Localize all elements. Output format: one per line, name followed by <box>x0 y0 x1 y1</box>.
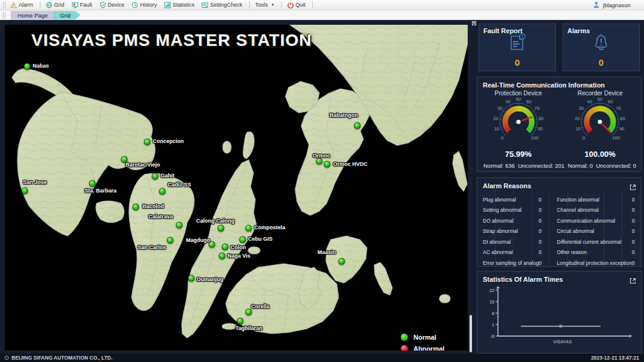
svg-text:0: 0 <box>501 135 503 141</box>
map-legend: NormalAbnormal <box>401 334 444 351</box>
toolbar-button-label: Grid <box>54 2 65 8</box>
station-marker-naga-vis[interactable] <box>219 253 226 259</box>
settingcheck-button[interactable]: SettingCheck <box>199 1 247 9</box>
station-marker-calatrava[interactable] <box>176 222 183 229</box>
alarm-reason-row: Error sampling of analog0 <box>483 258 551 268</box>
alarm-reason-label: Setting abnormal <box>483 207 539 213</box>
panel-collapse-icon[interactable] <box>472 21 476 25</box>
alarm-reason-row: Communication abnormal0 <box>557 215 644 226</box>
monitor-icon <box>72 2 78 8</box>
user-account[interactable]: jblagnason <box>593 1 631 8</box>
alarm-reason-label: Plug abnormal <box>483 197 539 203</box>
alarm-reason-row: Setting abnormal0 <box>483 205 551 216</box>
station-marker-san-carlos[interactable] <box>167 237 174 244</box>
station-marker-dumanjug[interactable] <box>188 275 195 282</box>
station-marker-gahit[interactable] <box>152 173 159 180</box>
toolbar-drag-handle[interactable] <box>3 2 5 8</box>
station-label: Gahit <box>161 173 174 179</box>
alarm-reason-value: 0 <box>539 207 551 213</box>
content-area: VISAYAS PMS MASTER STATION NabasSan Jose… <box>0 21 644 354</box>
visayas-map[interactable]: VISAYAS PMS MASTER STATION NabasSan Jose… <box>5 25 468 351</box>
tab-label: Home Page <box>18 12 48 19</box>
station-marker-cebu-gis[interactable] <box>240 237 246 243</box>
power-icon <box>287 2 294 8</box>
statistics-icon <box>164 2 171 8</box>
alarm-reason-row: Channel abnormal0 <box>557 205 644 216</box>
svg-text:10: 10 <box>494 126 499 132</box>
toolbar-button-label: Tools <box>255 2 268 8</box>
status-bar: BEIJING SIFANG AUTOMATION CO., LTD. 2023… <box>0 354 644 362</box>
alarm-reason-row: Plug abnormal0 <box>483 194 551 205</box>
station-marker-sta-barbara[interactable] <box>89 180 96 187</box>
station-label: San Jose <box>23 179 47 185</box>
realtime-comm-section: Real-Time Communication Information Prot… <box>477 77 642 172</box>
fault-report-card[interactable]: Fault Report 0 <box>479 24 556 71</box>
station-marker-bacolod[interactable] <box>133 204 139 211</box>
history-icon <box>132 2 138 8</box>
globe-icon <box>46 2 53 8</box>
alarm-reason-label: Other reason <box>557 249 632 255</box>
device-button[interactable]: Device <box>97 1 129 9</box>
alarm-reason-label: DI abnormal <box>483 239 539 245</box>
alarm-reason-row: Longitudinal protection exception0 <box>557 258 644 268</box>
alarm-reason-value: 0 <box>632 249 644 255</box>
alarm-reason-row: Other reason0 <box>557 247 644 258</box>
svg-text:1: 1 <box>492 322 494 328</box>
alarm-reason-value: 0 <box>632 218 644 224</box>
alarm-reason-row: Strap abnormal0 <box>483 226 551 237</box>
alarm-reason-label: Longitudinal protection exception <box>557 260 632 266</box>
history-button[interactable]: History <box>129 1 161 9</box>
tools-button[interactable]: Tools▼ <box>252 1 279 8</box>
alarm-statistics-section: Statistics Of Alarm Times 221581-60VISAY… <box>477 271 642 354</box>
chart-category-label: VISAYAS <box>553 339 572 345</box>
station-marker-nabas[interactable] <box>24 63 31 70</box>
station-label: Calong Calong <box>196 218 235 224</box>
svg-text:30: 30 <box>579 106 584 111</box>
grid-button[interactable]: Grid <box>43 1 69 9</box>
station-marker-ormoc[interactable] <box>316 158 323 165</box>
tabbar-drag-handle[interactable] <box>3 12 5 19</box>
station-marker-calong-calong[interactable] <box>218 225 225 232</box>
normal-status-icon <box>401 334 408 341</box>
toolbar-button-label: Device <box>108 2 125 8</box>
station-label: Concepcion <box>153 138 184 144</box>
alarms-card[interactable]: Alarms 0 <box>563 24 640 71</box>
tab-home-page[interactable]: Home Page <box>11 11 57 20</box>
quit-button[interactable]: Quit <box>284 1 310 9</box>
gauge-dial: 0102030405060708090100 <box>477 97 560 152</box>
statistics-button[interactable]: Statistics <box>161 1 199 9</box>
alarm-reason-row: Circuit abnormal0 <box>557 226 644 237</box>
station-marker-corella[interactable] <box>246 309 252 316</box>
station-marker-maasin[interactable] <box>339 258 345 265</box>
station-label: Ormoc <box>313 153 330 159</box>
toolbar-separator <box>281 1 282 8</box>
tab-grid[interactable]: Grid <box>53 11 80 20</box>
svg-text:10: 10 <box>576 126 581 132</box>
station-label: Nabas <box>33 63 49 69</box>
company-name: BEIJING SIFANG AUTOMATION CO., LTD. <box>11 355 112 361</box>
comm-stat: Unconnected: 201 <box>518 162 564 169</box>
station-marker-san-jose[interactable] <box>22 188 28 194</box>
vertical-scrollbar-thumb[interactable] <box>470 315 472 352</box>
setting-check-icon <box>202 2 208 8</box>
alarm-button[interactable]: Alarm <box>7 1 37 9</box>
station-marker-tagbilaran[interactable] <box>237 318 244 325</box>
station-marker-concepcion[interactable] <box>144 139 151 145</box>
alarm-reason-value: 0 <box>539 260 551 266</box>
comm-stat: Unconnected: 0 <box>596 162 636 169</box>
svg-text:80: 80 <box>620 116 625 121</box>
alarm-reason-value: 0 <box>539 228 551 234</box>
alarm-reason-row: AC abnormal0 <box>483 247 551 258</box>
fault-button[interactable]: Fault <box>69 1 97 9</box>
main-toolbar: AlarmGridFaultDeviceHistoryStatisticsSet… <box>0 0 644 10</box>
alarm-reason-value: 0 <box>632 260 644 266</box>
station-marker-colon[interactable] <box>222 244 229 250</box>
fault-report-count: 0 <box>479 57 555 68</box>
svg-text:70: 70 <box>616 106 621 111</box>
station-marker-babatngon[interactable] <box>354 122 361 129</box>
alarm-reason-label: Channel abnormal <box>557 207 632 213</box>
expand-icon[interactable] <box>630 276 636 287</box>
station-marker-ormoc-hvdc[interactable] <box>324 161 331 168</box>
station-marker-cadiz-ss[interactable] <box>159 188 166 195</box>
station-marker-compostela[interactable] <box>246 225 252 232</box>
